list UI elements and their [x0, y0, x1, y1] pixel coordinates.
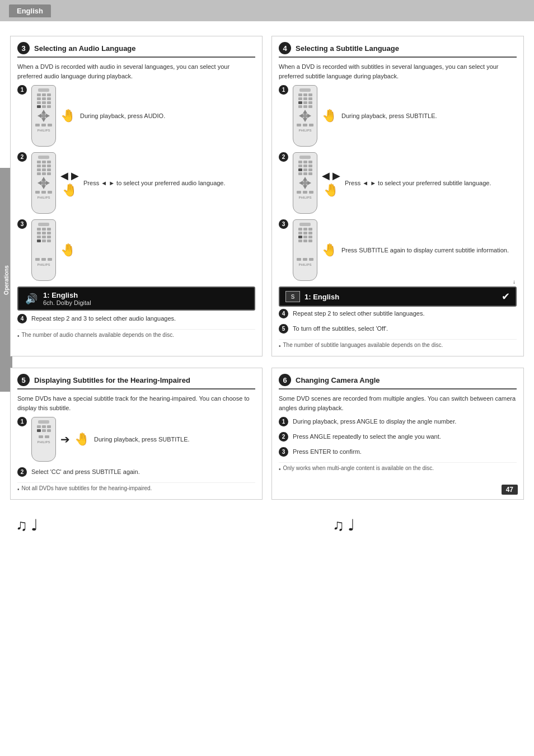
- sidebar-label: Operations: [3, 265, 10, 295]
- section1-step3: 3 PHILIPS 🤚: [17, 219, 255, 281]
- section4-step3-text: Press ENTER to confirm.: [293, 447, 517, 457]
- s3-step1-num: 1: [17, 417, 27, 426]
- press-hand-icon-2: 🤚: [62, 184, 77, 196]
- section-audio-language: 3 Selecting an Audio Language When a DVD…: [10, 36, 263, 356]
- section1-title: Selecting an Audio Language: [34, 44, 136, 53]
- subtitle-display-screen: S 1: English ✔: [279, 287, 517, 307]
- music-note-left: ♫ ♩: [11, 515, 43, 536]
- subtitle-s-icon: S: [285, 291, 300, 302]
- section4-step3: 3 Press ENTER to confirm.: [279, 447, 517, 457]
- music-note-right: ♫ ♩: [328, 515, 359, 536]
- press-hand-s2-3: 🤚: [322, 244, 337, 256]
- audio-line2: 6ch. Dolby Digital: [43, 299, 91, 306]
- section3-note: • Not all DVDs have subtitles for the he…: [17, 482, 255, 492]
- section2-note: • The number of subtitle languages avail…: [279, 339, 517, 349]
- press-hand-s2-2: 🤚: [324, 184, 339, 196]
- step4-num: 4: [17, 314, 27, 323]
- press-hand-icon-1: 🤚: [60, 110, 76, 122]
- audio-display-screen: 🔊 1: English 6ch. Dolby Digital: [17, 287, 255, 311]
- section1-step2-text: Press ◄ ► to select your preferred audio…: [83, 179, 255, 188]
- section2-step2: 2: [279, 152, 517, 214]
- section3-title-row: 5 Displaying Subtitles for the Hearing-I…: [17, 374, 255, 389]
- section1-desc: When a DVD is recorded with audio in sev…: [17, 62, 255, 81]
- section4-title: Changing Camera Angle: [296, 376, 380, 384]
- step2-num: 2: [17, 152, 27, 162]
- remote-illustration-2: PHILIPS: [31, 152, 56, 214]
- music-note-icon-left: ♫: [16, 518, 27, 533]
- page-number: 47: [502, 485, 518, 495]
- section4-step2: 2 Press ANGLE repeatedly to select the a…: [279, 432, 517, 442]
- remote-illustration-1: PHILIPS: [31, 85, 56, 147]
- section2-step5-text: To turn off the subtitles, select 'Off'.: [293, 324, 517, 334]
- section4-step2-text: Press ANGLE repeatedly to select the ang…: [293, 432, 517, 442]
- header-tab: English: [9, 4, 51, 17]
- remote-s2-2: PHILIPS: [293, 152, 317, 214]
- section1-title-row: 3 Selecting an Audio Language: [17, 42, 255, 58]
- music-note-icon-right: ♫: [332, 518, 344, 533]
- main-grid: 3 Selecting an Audio Language When a DVD…: [0, 21, 534, 361]
- section2-step1: 1: [279, 85, 517, 147]
- section2-step3-text: Press SUBTITLE again to display current …: [341, 246, 517, 255]
- s2-step2-num: 2: [279, 152, 288, 162]
- s3-step2-num: 2: [17, 467, 27, 477]
- section-camera-angle: 6 Changing Camera Angle Some DVD scenes …: [271, 368, 524, 500]
- section-subtitle-language: 4 Selecting a Subtitle Language When a D…: [271, 36, 524, 356]
- section1-step1: 1: [17, 85, 255, 147]
- section1-step4: 4 Repeat step 2 and 3 to select other au…: [17, 314, 255, 323]
- audio-speaker-icon: 🔊: [25, 293, 38, 305]
- section2-step3: 3 PHILIPS 🤚 Press: [279, 219, 517, 281]
- step3-num: 3: [17, 219, 27, 229]
- s4-step2-num: 2: [279, 432, 288, 442]
- step1-num: 1: [17, 85, 27, 95]
- section2-badge: 4: [279, 42, 291, 54]
- section1-step4-text: Repeat step 2 and 3 to select other audi…: [31, 314, 255, 323]
- check-pointer: ↓: [513, 279, 516, 285]
- press-hand-s2-1: 🤚: [322, 110, 337, 122]
- audio-display-text: 1: English 6ch. Dolby Digital: [43, 291, 91, 306]
- music-note-icon-right2: ♩: [348, 518, 355, 533]
- s2-step5-num: 5: [279, 324, 288, 334]
- section3-step1-text: During playback, press SUBTITLE.: [94, 435, 255, 444]
- s2-step3-num: 3: [279, 219, 288, 229]
- section4-title-row: 6 Changing Camera Angle: [279, 374, 517, 389]
- section1-note: • The number of audio channels available…: [17, 329, 255, 339]
- remote-s2-1: PHILIPS: [293, 85, 317, 147]
- section2-title: Selecting a Subtitle Language: [296, 44, 399, 53]
- header-bar: English: [0, 0, 534, 21]
- section2-step4-text: Repeat step 2 to select other subtitle l…: [293, 309, 517, 318]
- section3-step2-text: Select 'CC' and press SUBTITLE again.: [31, 467, 255, 477]
- section1-step2: 2: [17, 152, 255, 214]
- section1-badge: 3: [17, 42, 30, 54]
- s4-step3-num: 3: [279, 447, 288, 457]
- s4-step1-num: 1: [279, 417, 288, 426]
- section2-step2-text: Press ◄ ► to select your preferred subti…: [345, 179, 517, 188]
- subtitle-line1: 1: English: [305, 293, 497, 301]
- section3-badge: 5: [17, 374, 30, 386]
- section3-step2: 2 Select 'CC' and press SUBTITLE again.: [17, 467, 255, 477]
- section4-desc: Some DVD scenes are recorded from multip…: [279, 394, 517, 412]
- section1-step1-text: During playback, press AUDIO.: [80, 111, 255, 121]
- press-hand-icon-3: 🤚: [60, 244, 76, 256]
- remote-s3-1: PHILIPS: [31, 417, 56, 462]
- section2-desc: When a DVD is recorded with subtitles in…: [279, 62, 517, 81]
- music-note-icon-left2: ♩: [31, 518, 38, 533]
- section2-step5: 5 To turn off the subtitles, select 'Off…: [279, 324, 517, 334]
- s2-step1-num: 1: [279, 85, 288, 95]
- section3-title: Displaying Subtitles for the Hearing-Imp…: [34, 376, 190, 384]
- bottom-grid: 5 Displaying Subtitles for the Hearing-I…: [0, 363, 534, 504]
- flow-arrow-1: ➔: [60, 433, 70, 446]
- section2-step1-text: During playback, press SUBTITLE.: [341, 111, 517, 121]
- press-hand-s3-1: 🤚: [74, 433, 90, 445]
- section2-title-row: 4 Selecting a Subtitle Language: [279, 42, 517, 58]
- section4-note: • Only works when multi-angle content is…: [279, 462, 517, 472]
- subtitle-checkmark: ✔: [502, 290, 510, 303]
- section4-step1-text: During playback, press ANGLE to display …: [293, 417, 517, 426]
- s2-step4-num: 4: [279, 309, 288, 318]
- section2-step4: 4 Repeat step 2 to select other subtitle…: [279, 309, 517, 318]
- section3-desc: Some DVDs have a special subtitle track …: [17, 394, 255, 412]
- audio-line1: 1: English: [43, 291, 91, 299]
- section4-step1: 1 During playback, press ANGLE to displa…: [279, 417, 517, 426]
- section3-step1: 1 PHILIPS ➔ 🤚 During playback, press SUB…: [17, 417, 255, 462]
- section-hearing-impaired: 5 Displaying Subtitles for the Hearing-I…: [10, 368, 263, 500]
- music-notes-row: ♫ ♩ ♫ ♩: [0, 504, 534, 536]
